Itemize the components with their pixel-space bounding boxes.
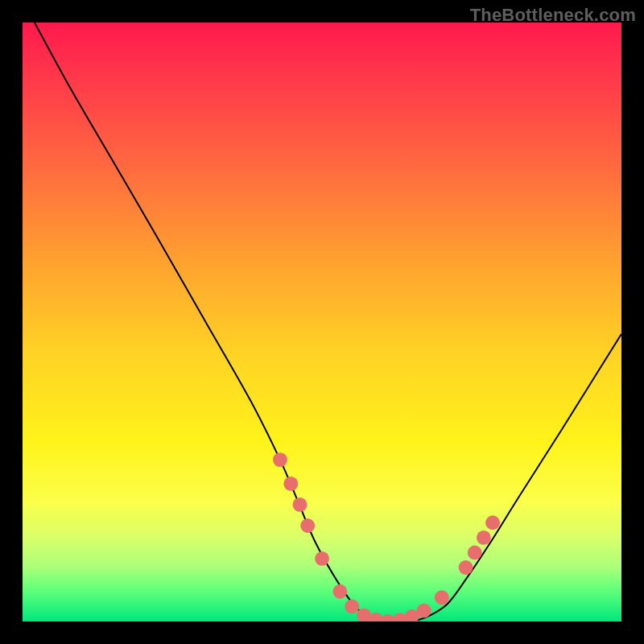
data-marker xyxy=(345,599,359,613)
data-marker xyxy=(459,560,473,575)
data-marker xyxy=(435,590,449,605)
data-marker xyxy=(273,452,287,467)
data-marker xyxy=(283,477,298,491)
bottleneck-curve xyxy=(35,23,621,621)
data-marker xyxy=(417,604,431,618)
data-marker xyxy=(485,515,500,530)
data-marker xyxy=(293,497,308,512)
data-marker xyxy=(315,551,329,566)
data-marker xyxy=(477,530,491,545)
watermark-text: TheBottleneck.com xyxy=(470,5,636,26)
data-marker xyxy=(468,546,482,560)
bottleneck-chart-svg xyxy=(23,23,621,621)
data-marker xyxy=(332,584,347,599)
chart-plot-area xyxy=(23,23,621,621)
data-marker xyxy=(300,518,315,533)
